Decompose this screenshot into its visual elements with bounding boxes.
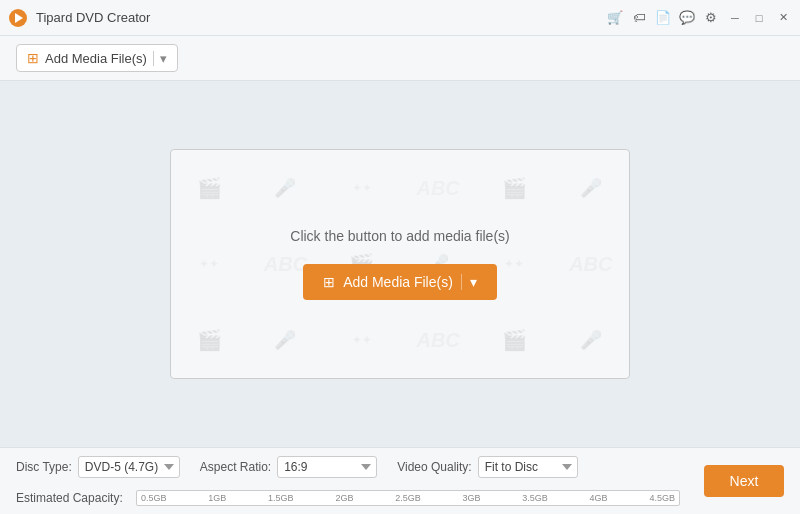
wm-star-4: ✦✦ — [324, 302, 400, 378]
add-media-icon: ⊞ — [27, 50, 39, 66]
capacity-label: Estimated Capacity: — [16, 491, 126, 505]
tick-1: 1GB — [208, 493, 226, 503]
add-media-toolbar-label: Add Media File(s) — [45, 51, 147, 66]
close-button[interactable]: ✕ — [774, 9, 792, 27]
wm-text-3: ABC — [553, 226, 629, 302]
cart-icon[interactable]: 🛒 — [606, 9, 624, 27]
add-media-center-button[interactable]: ⊞ Add Media File(s) ▾ — [303, 264, 497, 300]
add-media-toolbar-button[interactable]: ⊞ Add Media File(s) ▾ — [16, 44, 178, 72]
next-button[interactable]: Next — [704, 465, 784, 497]
tick-6: 3.5GB — [522, 493, 548, 503]
aspect-ratio-group: Aspect Ratio: 16:9 4:3 — [200, 456, 377, 478]
wm-film-4: 🎬 — [171, 302, 247, 378]
capacity-ticks: 0.5GB 1GB 1.5GB 2GB 2.5GB 3GB 3.5GB 4GB … — [137, 491, 679, 505]
toolbar: ⊞ Add Media File(s) ▾ — [0, 36, 800, 81]
add-media-center-icon: ⊞ — [323, 274, 335, 290]
tick-7: 4GB — [590, 493, 608, 503]
video-quality-group: Video Quality: Fit to Disc High Medium L… — [397, 456, 578, 478]
disc-type-select[interactable]: DVD-5 (4.7G) DVD-9 (8.5G) — [78, 456, 180, 478]
bottom-controls: Disc Type: DVD-5 (4.7G) DVD-9 (8.5G) Asp… — [0, 448, 696, 486]
minimize-button[interactable]: ─ — [726, 9, 744, 27]
aspect-ratio-select[interactable]: 16:9 4:3 — [277, 456, 377, 478]
tick-5: 3GB — [462, 493, 480, 503]
capacity-row: Estimated Capacity: 0.5GB 1GB 1.5GB 2GB … — [0, 486, 696, 514]
app-title: Tipard DVD Creator — [36, 10, 150, 25]
file-icon[interactable]: 📄 — [654, 9, 672, 27]
wm-mic-5: 🎤 — [553, 302, 629, 378]
video-quality-select[interactable]: Fit to Disc High Medium Low — [478, 456, 578, 478]
dropdown-arrow-icon: ▾ — [153, 51, 167, 66]
titlebar: Tipard DVD Creator 🛒 🏷 📄 💬 ⚙ ─ □ ✕ — [0, 0, 800, 36]
add-media-center-label: Add Media File(s) — [343, 274, 453, 290]
center-dropdown-arrow-icon: ▾ — [461, 274, 477, 290]
app-logo-icon — [8, 8, 28, 28]
wm-film-1: 🎬 — [171, 150, 247, 226]
wm-film-2: 🎬 — [476, 150, 552, 226]
chat-icon[interactable]: 💬 — [678, 9, 696, 27]
tick-0: 0.5GB — [141, 493, 167, 503]
bottom-right: Next — [696, 448, 800, 514]
tag-icon[interactable]: 🏷 — [630, 9, 648, 27]
tick-3: 2GB — [335, 493, 353, 503]
wm-film-5: 🎬 — [476, 302, 552, 378]
bottom-bar: Disc Type: DVD-5 (4.7G) DVD-9 (8.5G) Asp… — [0, 447, 800, 514]
wm-mic-2: 🎤 — [553, 150, 629, 226]
tick-8: 4.5GB — [649, 493, 675, 503]
disc-type-label: Disc Type: — [16, 460, 72, 474]
tick-4: 2.5GB — [395, 493, 421, 503]
settings-icon[interactable]: ⚙ — [702, 9, 720, 27]
wm-star-1: ✦✦ — [324, 150, 400, 226]
aspect-ratio-label: Aspect Ratio: — [200, 460, 271, 474]
tick-2: 1.5GB — [268, 493, 294, 503]
video-quality-label: Video Quality: — [397, 460, 472, 474]
wm-mic-4: 🎤 — [247, 302, 323, 378]
wm-text-1: ABC — [400, 150, 476, 226]
wm-text-4: ABC — [400, 302, 476, 378]
wm-star-2: ✦✦ — [171, 226, 247, 302]
dropzone: 🎬 🎤 ✦✦ ABC 🎬 🎤 ✦✦ ABC 🎬 🎤 ✦✦ ABC 🎬 🎤 ✦✦ … — [170, 149, 630, 379]
disc-type-group: Disc Type: DVD-5 (4.7G) DVD-9 (8.5G) — [16, 456, 180, 478]
maximize-button[interactable]: □ — [750, 9, 768, 27]
main-content: 🎬 🎤 ✦✦ ABC 🎬 🎤 ✦✦ ABC 🎬 🎤 ✦✦ ABC 🎬 🎤 ✦✦ … — [0, 81, 800, 447]
wm-mic-1: 🎤 — [247, 150, 323, 226]
capacity-bar: 0.5GB 1GB 1.5GB 2GB 2.5GB 3GB 3.5GB 4GB … — [136, 490, 680, 506]
dropzone-hint: Click the button to add media file(s) — [290, 228, 509, 244]
